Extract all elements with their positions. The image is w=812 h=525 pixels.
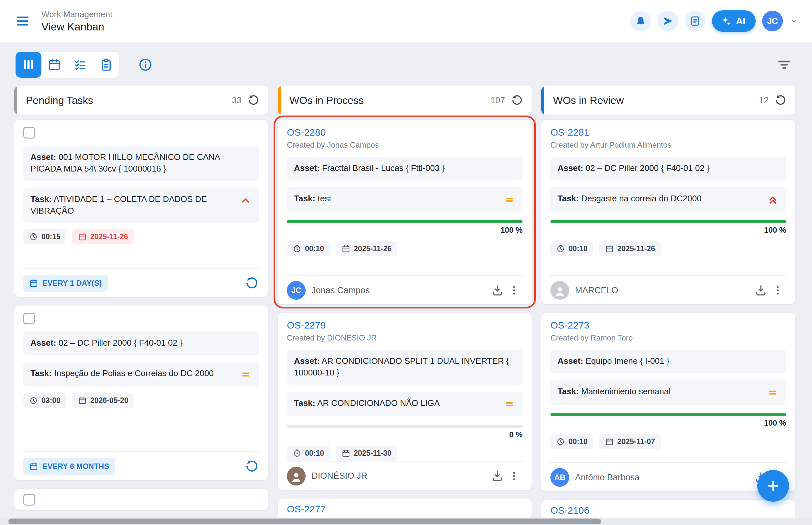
filter-icon [777, 57, 792, 73]
task-box: Task: Inspeção de Polias e Correias do D… [23, 362, 259, 387]
pending-task-card[interactable]: Asset: 001 MOTOR HILLO MECÂNICO DE CANA … [14, 120, 268, 297]
asset-label: Asset: [30, 338, 56, 348]
wo-id-link[interactable]: OS-2106 [550, 505, 589, 516]
progress-label: 0 % [287, 430, 522, 439]
download-button[interactable] [489, 468, 506, 484]
meta-chips: 03:00 2026-05-20 [23, 393, 259, 408]
due-date-chip: 2025-11-26 [336, 241, 397, 256]
wo-card-os-2280[interactable]: OS-2280 Created by Jonas Campos Asset: F… [278, 120, 532, 304]
pending-task-card-partial[interactable] [14, 489, 268, 510]
asset-value: Fracttal Brasil - Lucas { Fttl-003 } [322, 163, 445, 173]
page-title: View Kanban [42, 21, 112, 33]
wo-id-link[interactable]: OS-2277 [287, 504, 326, 515]
assignee-name: Jonas Campos [311, 285, 489, 296]
column-refresh-button[interactable] [247, 94, 260, 106]
user-menu-button[interactable] [789, 16, 798, 26]
ai-assistant-button[interactable]: AI [712, 10, 756, 32]
calendar-icon [342, 244, 350, 253]
due-date-chip: 2025-11-30 [336, 446, 397, 461]
notes-button[interactable] [685, 11, 706, 31]
calendar-icon [78, 232, 87, 241]
task-label: Task: [294, 398, 315, 408]
horizontal-scrollbar[interactable] [0, 518, 812, 525]
card-footer: JC Jonas Campos [287, 276, 522, 300]
history-button[interactable] [245, 459, 259, 474]
assignee-name: Antônio Barbosa [575, 472, 752, 483]
more-options-button[interactable] [769, 282, 786, 299]
card-footer: EVERY 6 MONTHS [23, 452, 259, 476]
filter-button[interactable] [777, 57, 792, 73]
task-value: AR CONDICIONADO NÃO LIGA [317, 398, 440, 408]
asset-label: Asset: [30, 152, 56, 162]
calendar-icon [605, 244, 614, 253]
task-checkbox[interactable] [23, 127, 35, 138]
duration-chip: 00:10 [287, 241, 330, 256]
duration-chip: 00:15 [23, 229, 67, 244]
person-icon [553, 285, 566, 298]
wo-card-os-2273[interactable]: OS-2273 Created by Ramon Toro Asset: Equ… [541, 313, 795, 491]
column-count: 12 [759, 95, 769, 106]
task-checkbox[interactable] [23, 494, 35, 506]
asset-label: Asset: [558, 163, 583, 173]
notes-icon [690, 16, 700, 27]
wo-id-link[interactable]: OS-2273 [550, 320, 589, 331]
duration-chip: 00:10 [550, 434, 593, 449]
download-button[interactable] [752, 282, 769, 299]
wo-card-os-2281[interactable]: OS-2281 Created by Artur Podium Alimento… [541, 120, 795, 304]
calendar-icon [342, 449, 350, 458]
scrollbar-thumb[interactable] [9, 519, 601, 524]
more-options-button[interactable] [506, 468, 522, 484]
download-icon [754, 284, 767, 297]
task-box: Task: Mantenimiento semanal [550, 380, 786, 405]
priority-chevron-up-icon [240, 194, 252, 207]
priority-high-double-chevron-icon [767, 194, 779, 206]
refresh-icon [247, 94, 260, 106]
column-refresh-button[interactable] [774, 94, 787, 106]
card-footer: DIONÉSIO JR [287, 462, 522, 485]
column-header: WOs in Process 107 [278, 86, 532, 115]
progress: 100 % [550, 413, 786, 427]
download-button[interactable] [489, 282, 506, 299]
calendar-repeat-icon [29, 462, 38, 471]
user-avatar[interactable]: JC [762, 11, 783, 31]
clipboard-view-button[interactable] [93, 52, 119, 78]
calendar-view-button[interactable] [42, 52, 67, 78]
duration-chip: 00:10 [550, 241, 593, 256]
progress-label: 100 % [550, 226, 786, 235]
pending-task-card[interactable]: Asset: 02 – DC Piller 2000 { F40-01 02 }… [14, 305, 268, 480]
wo-card-partial[interactable]: OS-2277 [278, 498, 532, 518]
wo-card-partial[interactable]: OS-2106 [541, 500, 795, 518]
notifications-button[interactable] [630, 11, 651, 31]
kanban-view-button[interactable] [16, 52, 42, 78]
list-view-button[interactable] [67, 52, 93, 78]
progress-bar [550, 220, 786, 223]
add-button[interactable] [757, 470, 789, 502]
menu-button[interactable] [14, 12, 32, 30]
chevron-down-icon [789, 16, 798, 26]
card-footer: MARCELO [550, 276, 786, 300]
info-button[interactable] [138, 57, 153, 72]
wo-id-link[interactable]: OS-2280 [287, 127, 326, 138]
column-wos-in-review: WOs in Review 12 OS-2281 Created by Artu… [541, 86, 795, 518]
launcher-button[interactable] [658, 11, 678, 31]
task-value: ATIVIDADE 1 – COLETA DE DADOS DE VIBRAÇÃ… [30, 194, 207, 215]
refresh-icon [774, 94, 787, 106]
task-box: Task: Desgaste na correia do DC2000 [550, 187, 786, 212]
calendar-icon [605, 437, 614, 446]
progress-bar [287, 220, 522, 223]
wo-id-link[interactable]: OS-2281 [550, 127, 589, 138]
assignee-avatar [550, 281, 569, 300]
progress-label: 100 % [287, 226, 522, 235]
task-label: Task: [294, 194, 315, 203]
wo-id-link[interactable]: OS-2279 [287, 320, 326, 331]
asset-box: Asset: 02 – DC Piller 2000 { F40-01 02 } [550, 157, 786, 180]
task-checkbox[interactable] [23, 313, 35, 324]
progress-bar [550, 413, 786, 416]
column-refresh-button[interactable] [511, 94, 523, 106]
history-button[interactable] [245, 276, 259, 290]
timer-icon [556, 437, 565, 446]
meta-chips: 00:10 2025-11-07 [550, 434, 786, 449]
asset-label: Asset: [294, 356, 320, 366]
more-options-button[interactable] [506, 282, 522, 299]
wo-card-os-2279[interactable]: OS-2279 Created by DIONÉSIO JR Asset: AR… [278, 313, 532, 490]
